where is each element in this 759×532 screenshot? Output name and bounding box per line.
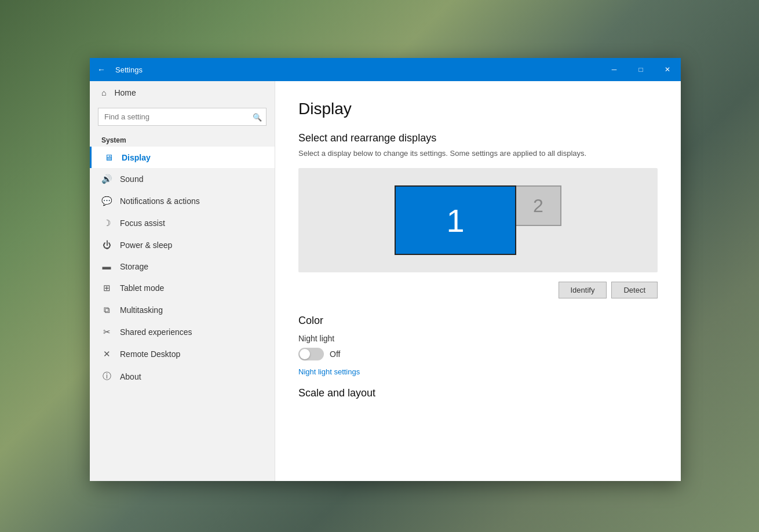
identify-button[interactable]: Identify	[559, 282, 607, 298]
window-title: Settings	[113, 65, 601, 74]
monitor-2[interactable]: 2	[515, 185, 561, 226]
sidebar-item-label-power: Power & sleep	[120, 241, 172, 250]
night-light-toggle[interactable]	[298, 348, 324, 360]
back-button[interactable]: ←	[90, 58, 113, 81]
sidebar-item-tablet[interactable]: ⊞ Tablet mode	[90, 277, 275, 299]
sidebar-item-home[interactable]: ⌂ Home	[90, 81, 275, 104]
sidebar-item-notifications[interactable]: 💬 Notifications & actions	[90, 190, 275, 212]
sidebar-item-label-shared: Shared experiences	[120, 327, 192, 337]
sidebar-item-label-storage: Storage	[120, 262, 148, 271]
main-content: Display Select and rearrange displays Se…	[275, 81, 681, 481]
sidebar-item-focus[interactable]: ☽ Focus assist	[90, 212, 275, 234]
sidebar-item-display[interactable]: 🖥 Display	[90, 147, 275, 168]
sidebar-item-label-multitasking: Multitasking	[120, 305, 163, 315]
sidebar-item-label-focus: Focus assist	[120, 218, 165, 228]
sidebar-item-multitasking[interactable]: ⧉ Multitasking	[90, 299, 275, 321]
monitor-2-label: 2	[533, 195, 543, 217]
sidebar-item-power[interactable]: ⏻ Power & sleep	[90, 234, 275, 256]
search-input[interactable]	[98, 108, 267, 126]
storage-icon: ▬	[101, 261, 112, 271]
page-title: Display	[298, 100, 658, 118]
night-light-label: Night light	[298, 334, 658, 343]
sidebar-item-label-sound: Sound	[120, 174, 143, 184]
scale-section-title: Scale and layout	[298, 387, 658, 399]
titlebar: ← Settings ─ □ ✕	[90, 58, 681, 81]
sidebar-item-label-about: About	[120, 372, 141, 381]
night-light-settings-link[interactable]: Night light settings	[298, 367, 360, 376]
window-body: ⌂ Home 🔍 System 🖥 Display 🔊 Sound 💬 N	[90, 81, 681, 481]
sound-icon: 🔊	[101, 174, 112, 184]
maximize-button[interactable]: □	[627, 58, 654, 81]
home-label: Home	[114, 88, 136, 97]
notifications-icon: 💬	[101, 196, 112, 206]
display-button-row: Identify Detect	[298, 282, 658, 298]
display-icon: 🖥	[103, 152, 114, 162]
night-light-state: Off	[330, 349, 340, 359]
minimize-button[interactable]: ─	[601, 58, 627, 81]
sidebar-section-title: System	[90, 132, 275, 147]
sidebar-item-remote[interactable]: ✕ Remote Desktop	[90, 343, 275, 365]
home-icon: ⌂	[101, 88, 106, 97]
displays-section-desc: Select a display below to change its set…	[298, 149, 658, 158]
display-preview[interactable]: 1 2	[298, 168, 658, 272]
settings-window: ← Settings ─ □ ✕ ⌂ Home 🔍	[90, 58, 681, 481]
sidebar-item-label-display: Display	[122, 153, 151, 162]
power-icon: ⏻	[101, 240, 112, 250]
shared-icon: ✂	[101, 327, 112, 337]
tablet-icon: ⊞	[101, 283, 112, 293]
displays-section-title: Select and rearrange displays	[298, 132, 658, 144]
sidebar-item-label-tablet: Tablet mode	[120, 283, 164, 293]
search-container: 🔍	[98, 108, 267, 126]
sidebar: ⌂ Home 🔍 System 🖥 Display 🔊 Sound 💬 N	[90, 81, 275, 481]
sidebar-item-label-notifications: Notifications & actions	[120, 196, 200, 206]
color-section-title: Color	[298, 315, 658, 327]
sidebar-item-sound[interactable]: 🔊 Sound	[90, 168, 275, 190]
window-controls: ─ □ ✕	[601, 58, 681, 81]
monitor-1-label: 1	[446, 202, 464, 239]
close-button[interactable]: ✕	[654, 58, 681, 81]
detect-button[interactable]: Detect	[611, 282, 658, 298]
sidebar-item-about[interactable]: ⓘ About	[90, 365, 275, 388]
sidebar-item-label-remote: Remote Desktop	[120, 349, 180, 359]
remote-icon: ✕	[101, 349, 112, 359]
about-icon: ⓘ	[101, 371, 112, 382]
multitasking-icon: ⧉	[101, 305, 112, 315]
sidebar-item-shared[interactable]: ✂ Shared experiences	[90, 321, 275, 343]
focus-icon: ☽	[101, 218, 112, 228]
night-light-toggle-row: Off	[298, 348, 658, 360]
sidebar-item-storage[interactable]: ▬ Storage	[90, 256, 275, 277]
monitor-1[interactable]: 1	[395, 185, 516, 255]
